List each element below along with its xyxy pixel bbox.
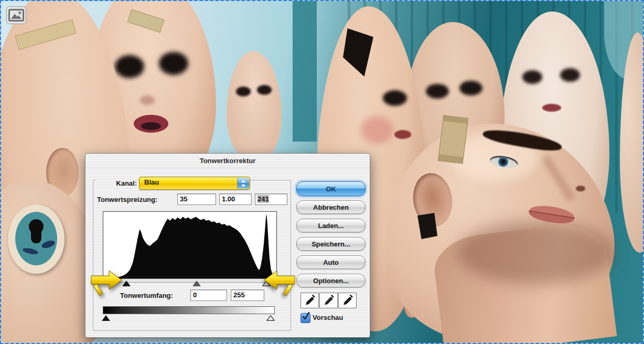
eye-left <box>426 84 449 99</box>
options-button[interactable]: Optionen... <box>296 274 366 287</box>
input-gamma-field[interactable]: 1.00 <box>219 194 252 205</box>
eye <box>383 90 407 106</box>
lips <box>394 130 411 139</box>
black-point-eyedropper-icon[interactable] <box>300 293 319 308</box>
annotation-arrow-left-icon <box>262 266 296 297</box>
nose-shadow <box>140 95 155 105</box>
black-wedge-hairpiece <box>343 28 373 77</box>
ok-button[interactable]: OK <box>296 181 366 196</box>
stepper-icon[interactable] <box>237 178 249 189</box>
sticker-keyhole-stem <box>31 230 41 243</box>
cancel-button[interactable]: Abbrechen <box>296 200 366 214</box>
input-shadow-field[interactable]: 35 <box>177 194 216 205</box>
mannequin-head-back-center <box>227 51 282 164</box>
histogram-panel <box>103 211 277 279</box>
channel-label: Kanal: <box>96 178 137 188</box>
eye-left <box>236 87 251 96</box>
rouge-cheek <box>361 116 393 144</box>
auto-button[interactable]: Auto <box>296 255 366 269</box>
checkmark-icon <box>301 311 312 321</box>
chin-shadow <box>457 221 615 284</box>
screenshot-canvas: Tonwertkorrektur Kanal: Blau Tonwertspre… <box>0 0 644 344</box>
output-highlight-field[interactable]: 255 <box>231 289 264 301</box>
booth-divider <box>293 1 317 142</box>
preview-label: Vorschau <box>313 314 343 321</box>
image-icon <box>8 9 24 22</box>
input-highlight-field[interactable]: 241 <box>255 194 287 205</box>
eye-left <box>115 55 144 78</box>
eye-right <box>459 81 482 95</box>
channel-value: Blau <box>144 178 159 186</box>
output-black-slider[interactable] <box>102 314 110 319</box>
annotation-arrow-right-icon <box>90 266 124 297</box>
eye-right <box>560 68 580 82</box>
mouth-inner <box>141 122 161 130</box>
image-placeholder-badge <box>6 6 26 24</box>
tape-patch <box>127 9 165 33</box>
eyedropper-group <box>300 293 357 308</box>
output-shadow-field[interactable]: 0 <box>190 289 227 301</box>
eye-right <box>159 52 188 75</box>
output-white-slider[interactable] <box>266 314 275 319</box>
load-button[interactable]: Laden... <box>296 219 366 232</box>
blue-iris <box>498 157 508 167</box>
levels-dialog: Tonwertkorrektur Kanal: Blau Tonwertspre… <box>85 153 370 338</box>
channel-select[interactable]: Blau <box>139 177 250 190</box>
preview-checkbox[interactable] <box>300 313 310 323</box>
output-gradient-bar <box>103 306 275 314</box>
save-button[interactable]: Speichern... <box>296 237 366 251</box>
histogram-chart <box>103 212 276 278</box>
input-gamma-slider[interactable] <box>192 279 201 285</box>
nostril <box>576 186 585 191</box>
gray-point-eyedropper-icon[interactable] <box>319 293 338 308</box>
white-point-eyedropper-icon[interactable] <box>338 293 357 308</box>
eye-right <box>257 85 272 95</box>
dialog-title: Tonwertkorrektur <box>85 154 370 168</box>
lips <box>542 104 561 112</box>
input-levels-label: Tonwertspreizung: <box>96 195 158 204</box>
output-levels-label: Tonwertumfang: <box>119 291 174 300</box>
eye-left <box>522 70 542 84</box>
